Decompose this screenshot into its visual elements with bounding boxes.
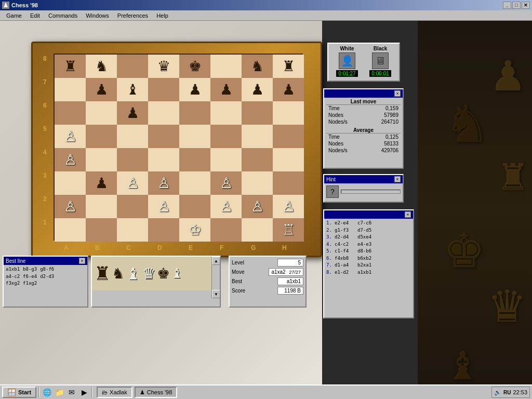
square-f6[interactable] <box>210 101 242 125</box>
square-c3[interactable]: ♙ <box>117 171 148 195</box>
level-content: Level 5 Move a1xa2 27/27 Best a1xb1 Scor… <box>230 257 305 298</box>
square-a3[interactable] <box>55 171 86 195</box>
square-d5[interactable] <box>148 125 179 148</box>
square-e8[interactable]: ♚ <box>179 55 210 78</box>
square-b1[interactable] <box>86 218 117 242</box>
menu-item-preferences[interactable]: Preferences <box>113 11 152 20</box>
taskbar-mail-icon[interactable]: ✉ <box>66 387 77 397</box>
square-h6[interactable] <box>273 101 304 125</box>
menu-item-help[interactable]: Help <box>152 11 172 20</box>
square-c4[interactable] <box>117 148 148 171</box>
taskbar-chess98[interactable]: ♟ Chess '98 <box>135 387 178 398</box>
square-g6[interactable] <box>242 101 273 125</box>
maximize-button[interactable]: □ <box>512 2 521 9</box>
square-b6[interactable] <box>86 101 117 125</box>
square-a4[interactable]: ♙ <box>55 148 86 171</box>
square-h2[interactable]: ♙ <box>273 195 304 218</box>
menu-item-windows[interactable]: Windows <box>82 11 113 20</box>
tray-ru-icon: RU <box>503 390 511 395</box>
square-e4[interactable] <box>179 148 210 171</box>
taskbar-folder-icon[interactable]: 📁 <box>54 387 64 397</box>
square-b4[interactable] <box>86 148 117 171</box>
square-d2[interactable]: ♙ <box>148 195 179 218</box>
movelist-close-button[interactable]: × <box>405 211 411 218</box>
move-row: 2.g1-f3d7-d5 <box>326 227 411 234</box>
bg-piece-6: ♝ <box>445 343 480 389</box>
square-f7[interactable]: ♟ <box>210 78 242 101</box>
square-h1[interactable]: ♖ <box>273 218 304 242</box>
scroll-up-button[interactable]: ▲ <box>212 257 220 265</box>
minimize-button[interactable]: _ <box>503 2 511 9</box>
square-h8[interactable]: ♜ <box>273 55 304 78</box>
square-a1[interactable] <box>55 218 86 242</box>
square-h7[interactable]: ♟ <box>273 78 304 101</box>
square-c7[interactable]: ♝ <box>117 78 148 101</box>
stats-close-button[interactable]: × <box>394 90 401 97</box>
chessboard[interactable]: ♜ ♞ ♛ ♚ ♞ ♜ ♟ ♝ ♟ ♟ ♟ ♟ ♟ <box>54 54 303 241</box>
square-a2[interactable]: ♙ <box>55 195 86 218</box>
square-c1[interactable] <box>117 218 148 242</box>
square-f1[interactable] <box>210 218 242 242</box>
square-g7[interactable]: ♟ <box>242 78 273 101</box>
square-b2[interactable] <box>86 195 117 218</box>
square-g1[interactable] <box>242 218 273 242</box>
square-a7[interactable] <box>55 78 86 101</box>
menu-item-commands[interactable]: Commands <box>44 11 82 20</box>
board-frame: 8 7 6 5 4 3 2 1 A B C D E F G H ♜ ♞ ♛ ♚ <box>31 42 322 257</box>
square-g5[interactable] <box>242 125 273 148</box>
square-f4[interactable] <box>210 148 242 171</box>
hint-close-button[interactable]: × <box>394 176 401 182</box>
square-d8[interactable]: ♛ <box>148 55 179 78</box>
square-c5[interactable] <box>117 125 148 148</box>
movelist-title-bar: × <box>324 210 413 219</box>
square-e3[interactable] <box>179 171 210 195</box>
square-e5[interactable] <box>179 125 210 148</box>
square-h5[interactable] <box>273 125 304 148</box>
file-h: H <box>282 244 287 251</box>
close-button[interactable]: ✕ <box>522 2 530 9</box>
square-d4[interactable] <box>148 148 179 171</box>
square-f3[interactable]: ♙ <box>210 171 242 195</box>
square-d3[interactable]: ♙ <box>148 171 179 195</box>
square-g8[interactable]: ♞ <box>242 55 273 78</box>
square-g3[interactable] <box>242 171 273 195</box>
taskbar-xadlak[interactable]: 🗁 Xadlak <box>97 387 132 398</box>
square-f8[interactable] <box>210 55 242 78</box>
square-b5[interactable] <box>86 125 117 148</box>
menu-item-game[interactable]: Game <box>2 11 26 20</box>
app-icon: ♟ <box>2 2 9 9</box>
square-d6[interactable] <box>148 101 179 125</box>
square-f5[interactable] <box>210 125 242 148</box>
square-h3[interactable] <box>273 171 304 195</box>
square-b7[interactable]: ♟ <box>86 78 117 101</box>
taskbar-media-icon[interactable]: ▶ <box>79 387 89 397</box>
square-b8[interactable]: ♞ <box>86 55 117 78</box>
square-b3[interactable]: ♟ <box>86 171 117 195</box>
square-c8[interactable] <box>117 55 148 78</box>
file-d: D <box>157 244 162 251</box>
square-g4[interactable] <box>242 148 273 171</box>
average-time-label: Time <box>328 134 340 140</box>
square-e1[interactable]: ♔ <box>179 218 210 242</box>
tray-time: 22:53 <box>513 389 527 395</box>
white-avatar: 👤 <box>339 52 355 69</box>
start-button[interactable]: 🪟 Start <box>2 387 36 398</box>
square-d1[interactable] <box>148 218 179 242</box>
bestline-close-button[interactable]: × <box>79 258 85 264</box>
taskbar-ie-icon[interactable]: 🌐 <box>42 387 52 397</box>
square-g2[interactable]: ♙ <box>242 195 273 218</box>
square-e2[interactable] <box>179 195 210 218</box>
scroll-down-button[interactable]: ▼ <box>212 290 220 298</box>
square-a6[interactable] <box>55 101 86 125</box>
square-e7[interactable]: ♟ <box>179 78 210 101</box>
square-a5[interactable]: ♙ <box>55 125 86 148</box>
square-c6[interactable]: ♟ <box>117 101 148 125</box>
square-a8[interactable]: ♜ <box>55 55 86 78</box>
square-f2[interactable]: ♙ <box>210 195 242 218</box>
square-c2[interactable] <box>117 195 148 218</box>
square-d7[interactable] <box>148 78 179 101</box>
menu-item-edit[interactable]: Edit <box>26 11 44 20</box>
square-h4[interactable] <box>273 148 304 171</box>
move-row: 8.e1-d2a1xb1 <box>326 269 411 276</box>
square-e6[interactable] <box>179 101 210 125</box>
